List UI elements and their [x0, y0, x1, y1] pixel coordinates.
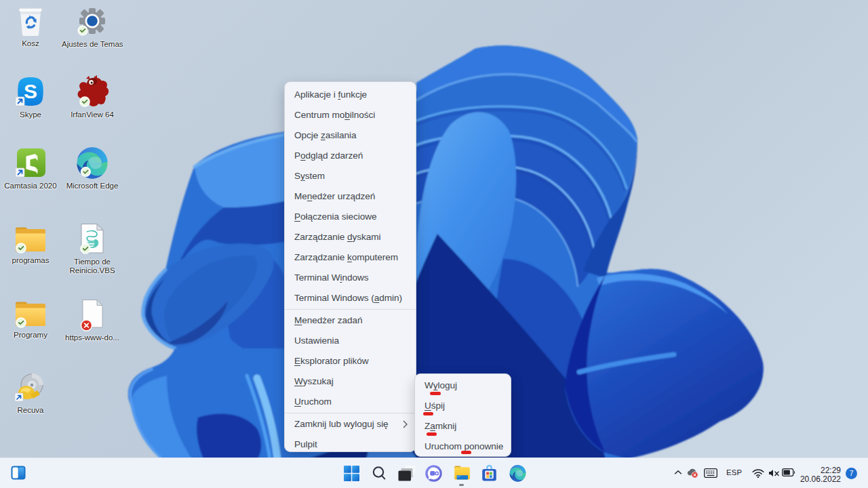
svg-text:S: S: [24, 80, 37, 102]
